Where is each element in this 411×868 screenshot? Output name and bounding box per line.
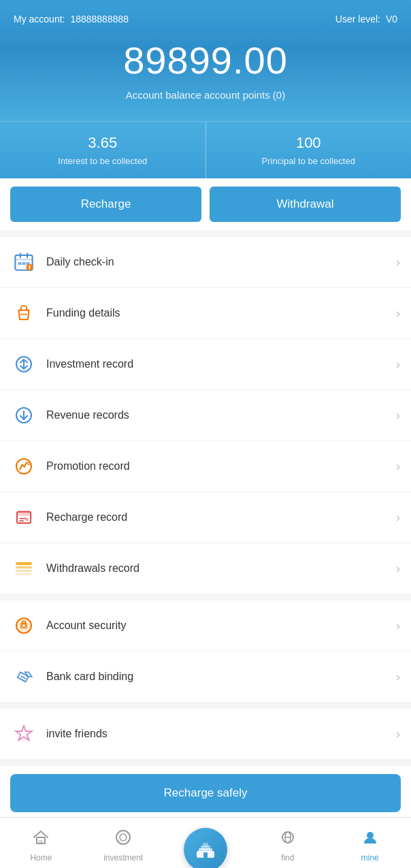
withdrawal-button[interactable]: Withdrawal <box>210 187 401 222</box>
account-info: My account: 18888888888 <box>14 14 129 25</box>
stats-row: 3.65 Interest to be collected 100 Princi… <box>0 121 411 178</box>
security-icon <box>11 613 37 639</box>
menu-section-1: Daily check-in › Funding details › Inves… <box>0 237 411 594</box>
funding-details-label: Funding details <box>46 307 396 319</box>
invite-friends-label: invite friends <box>46 728 396 740</box>
home-icon <box>32 829 50 850</box>
bag-icon <box>11 300 37 326</box>
menu-item-bank-card[interactable]: Bank card binding › <box>0 652 411 702</box>
star-icon <box>11 721 37 747</box>
download-icon <box>11 402 37 428</box>
header-top: My account: 18888888888 User level: V0 <box>14 14 397 25</box>
principal-label: Principal to be collected <box>213 156 405 166</box>
account-security-label: Account security <box>46 620 396 632</box>
recharge-record-label: Recharge record <box>46 511 396 524</box>
svg-rect-4 <box>18 262 22 265</box>
svg-rect-41 <box>203 843 208 847</box>
calendar-icon <box>11 249 37 275</box>
revenue-records-label: Revenue records <box>46 409 396 421</box>
menu-item-account-security[interactable]: Account security › <box>0 600 411 652</box>
bank-card-label: Bank card binding <box>46 671 396 683</box>
investment-record-label: Investment record <box>46 358 396 370</box>
menu-item-invite-friends[interactable]: invite friends › <box>0 709 411 759</box>
bottom-nav: Home investment <box>0 817 411 868</box>
svg-rect-25 <box>16 570 32 572</box>
principal-value: 100 <box>213 134 405 152</box>
chevron-right-icon: › <box>396 511 400 525</box>
home-label: Home <box>30 853 52 863</box>
svg-rect-24 <box>16 566 32 568</box>
svg-point-36 <box>116 831 130 844</box>
swap-icon <box>11 351 37 377</box>
menu-section-3: invite friends › <box>0 709 411 759</box>
nav-find[interactable]: find <box>246 823 329 863</box>
investment-icon <box>114 829 132 850</box>
menu-item-investment-record[interactable]: Investment record › <box>0 339 411 390</box>
balance-label: Account balance account points (0) <box>14 89 397 101</box>
action-buttons: Recharge Withdrawal <box>0 178 411 230</box>
menu-item-funding-details[interactable]: Funding details › <box>0 288 411 339</box>
menu-item-withdrawals-record[interactable]: Withdrawals record › <box>0 543 411 594</box>
bankcard-icon <box>11 664 37 690</box>
svg-marker-33 <box>16 726 32 740</box>
investment-label: investment <box>103 853 143 863</box>
withdrawals-record-label: Withdrawals record <box>46 562 396 575</box>
svg-rect-5 <box>22 262 25 265</box>
svg-rect-35 <box>39 840 43 843</box>
menu-item-daily-checkin[interactable]: Daily check-in › <box>0 237 411 288</box>
svg-rect-19 <box>17 512 31 516</box>
svg-rect-22 <box>26 518 29 521</box>
chevron-right-icon: › <box>396 727 400 741</box>
recharge-safely-area: Recharge safely <box>0 766 411 820</box>
promotion-record-label: Promotion record <box>46 460 396 472</box>
mine-icon <box>361 829 379 850</box>
interest-label: Interest to be collected <box>7 156 199 166</box>
svg-rect-42 <box>203 852 208 858</box>
daily-checkin-label: Daily check-in <box>46 256 396 268</box>
find-icon <box>279 829 297 850</box>
svg-point-48 <box>367 832 374 839</box>
menu-item-recharge-record[interactable]: Recharge record › <box>0 492 411 543</box>
chevron-right-icon: › <box>396 670 400 684</box>
recharge-button[interactable]: Recharge <box>10 187 201 222</box>
menu-item-promotion-record[interactable]: Promotion record › <box>0 441 411 492</box>
withdraw-icon <box>11 556 37 581</box>
chevron-right-icon: › <box>396 357 400 372</box>
interest-value: 3.65 <box>7 134 199 152</box>
recharge-icon <box>11 504 37 530</box>
recharge-safely-button[interactable]: Recharge safely <box>10 774 401 812</box>
promotion-icon <box>11 453 37 479</box>
svg-rect-23 <box>16 562 32 565</box>
svg-rect-1 <box>15 259 32 261</box>
svg-point-37 <box>120 834 127 841</box>
user-level: User level: V0 <box>335 14 397 25</box>
center-nav-button[interactable] <box>184 828 227 868</box>
nav-mine[interactable]: mine <box>329 823 411 863</box>
svg-marker-32 <box>25 672 32 677</box>
mine-label: mine <box>361 853 379 863</box>
nav-investment[interactable]: investment <box>82 823 165 863</box>
chevron-right-icon: › <box>396 408 400 423</box>
svg-rect-26 <box>16 573 32 575</box>
find-label: find <box>281 853 294 863</box>
svg-point-31 <box>22 624 24 626</box>
chevron-right-icon: › <box>396 562 400 576</box>
principal-stat: 100 Principal to be collected <box>206 122 412 178</box>
menu-item-revenue-records[interactable]: Revenue records › <box>0 390 411 441</box>
balance-amount: 89899.00 <box>14 38 397 82</box>
menu-section-2: Account security › Bank card binding › <box>0 600 411 702</box>
chevron-right-icon: › <box>396 619 400 633</box>
chevron-right-icon: › <box>396 460 400 474</box>
nav-home[interactable]: Home <box>0 823 82 863</box>
chevron-right-icon: › <box>396 306 400 321</box>
header: My account: 18888888888 User level: V0 8… <box>0 0 411 121</box>
chevron-right-icon: › <box>396 255 400 270</box>
interest-stat: 3.65 Interest to be collected <box>0 122 206 178</box>
svg-point-9 <box>29 268 31 270</box>
